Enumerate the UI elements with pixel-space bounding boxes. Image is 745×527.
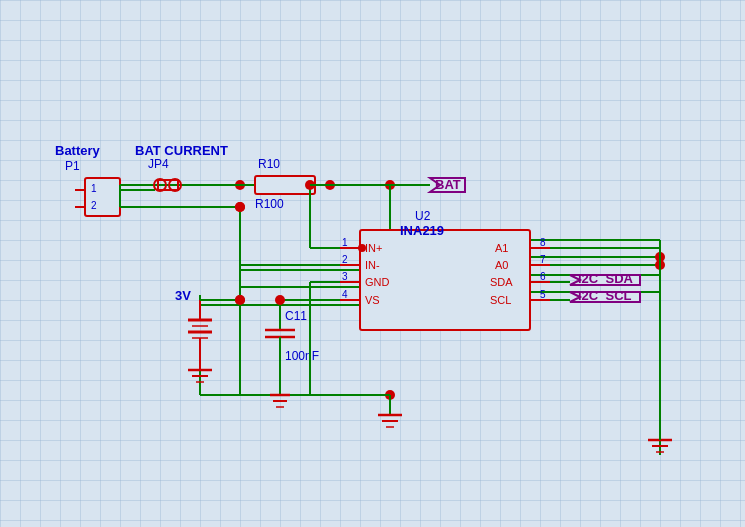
svg-text:8: 8: [540, 237, 546, 248]
3v-label: 3V: [175, 288, 191, 303]
svg-text:IN-: IN-: [365, 259, 380, 271]
u2-value: INA219: [400, 223, 444, 238]
c11-value: 100nF: [285, 349, 319, 363]
svg-text:2: 2: [342, 254, 348, 265]
svg-point-128: [275, 295, 285, 305]
svg-text:A1: A1: [495, 242, 508, 254]
u2-ref: U2: [415, 209, 431, 223]
svg-point-84: [358, 244, 366, 252]
jp4-ref: JP4: [148, 157, 169, 171]
svg-text:2: 2: [91, 200, 97, 211]
svg-text:SCL: SCL: [490, 294, 511, 306]
svg-text:5: 5: [540, 289, 546, 300]
svg-text:3: 3: [342, 271, 348, 282]
r10-ref: R10: [258, 157, 280, 171]
p1-ref: P1: [65, 159, 80, 173]
svg-text:7: 7: [540, 254, 546, 265]
jp4-value: BAT CURRENT: [135, 143, 228, 158]
svg-text:4: 4: [342, 289, 348, 300]
svg-text:1: 1: [342, 237, 348, 248]
p1-value: Battery: [55, 143, 101, 158]
i2c-sda-label: I2C_SDA: [578, 271, 634, 286]
svg-text:6: 6: [540, 271, 546, 282]
bat-net-label: BAT: [435, 177, 461, 192]
svg-text:VS: VS: [365, 294, 380, 306]
svg-text:IN+: IN+: [365, 242, 382, 254]
svg-text:1: 1: [91, 183, 97, 194]
r10-value: R100: [255, 197, 284, 211]
schematic-diagram: 1 2 P1 Battery JP4 BAT CURRENT R10 R100 …: [0, 0, 745, 527]
c11-ref: C11: [285, 309, 307, 323]
svg-point-98: [235, 295, 245, 305]
svg-text:A0: A0: [495, 259, 508, 271]
svg-text:GND: GND: [365, 276, 390, 288]
svg-text:SDA: SDA: [490, 276, 513, 288]
svg-point-123: [235, 202, 245, 212]
i2c-scl-label: I2C_SCL: [578, 288, 632, 303]
